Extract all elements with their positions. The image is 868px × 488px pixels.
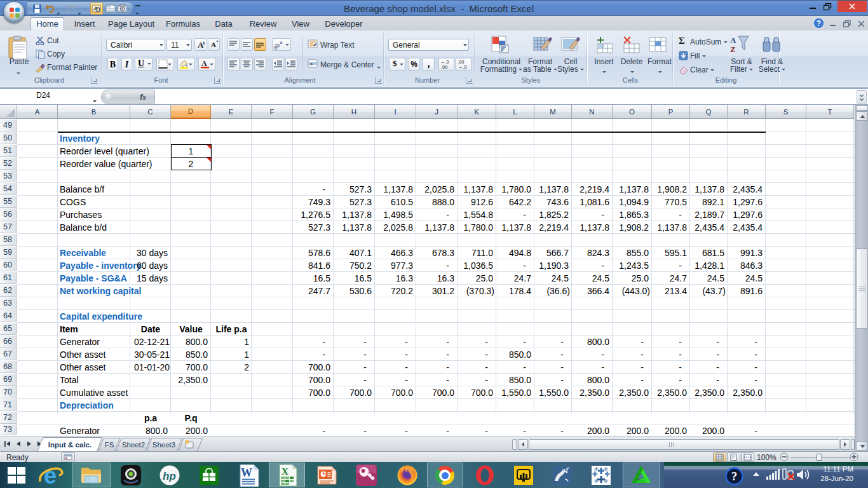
svg-text:W: W <box>241 466 252 479</box>
svg-text:Sheet3: Sheet3 <box>153 441 175 449</box>
svg-text:A: A <box>201 59 207 68</box>
svg-text:a: a <box>310 62 313 66</box>
svg-text:.00: .00 <box>441 64 447 70</box>
svg-text:?: ? <box>731 470 738 483</box>
svg-text:A: A <box>211 41 216 48</box>
svg-text:hp: hp <box>163 470 176 482</box>
svg-text:ab: ab <box>273 41 281 50</box>
svg-text:X: X <box>281 466 288 477</box>
svg-text:Input & calc.: Input & calc. <box>48 441 92 449</box>
svg-text:A: A <box>730 36 736 45</box>
svg-text:→.0: →.0 <box>458 64 467 70</box>
svg-text:FS: FS <box>105 441 114 449</box>
svg-text:Sheet2: Sheet2 <box>122 441 145 449</box>
svg-text:A: A <box>198 40 204 50</box>
svg-text:Z: Z <box>730 44 736 54</box>
svg-text:?: ? <box>817 19 821 28</box>
